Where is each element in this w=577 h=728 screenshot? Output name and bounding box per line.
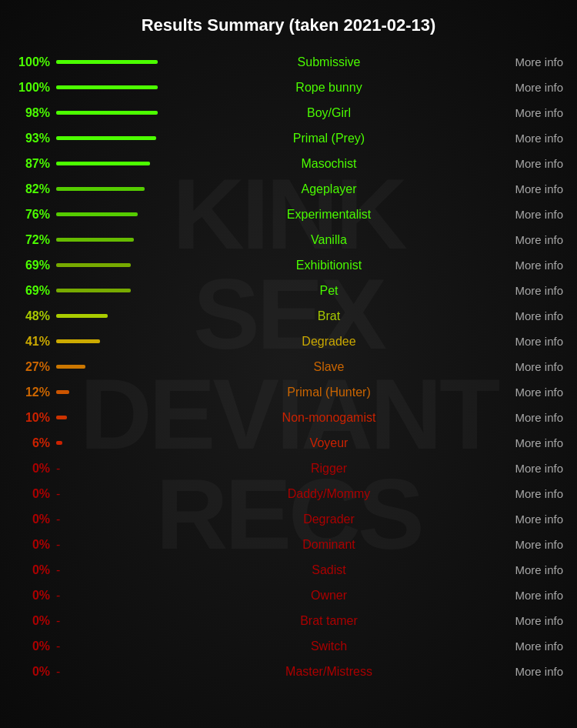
kink-label: Voyeur [164,436,494,450]
more-info-button[interactable]: More info [494,233,563,246]
more-info-button[interactable]: More info [494,640,563,653]
kink-label: Exhibitionist [164,259,494,272]
more-info-button[interactable]: More info [494,513,563,526]
more-info-button[interactable]: More info [494,157,563,170]
bar-container [56,187,164,191]
percentage: 0% [14,538,56,552]
table-row: 6%VoyeurMore info [8,430,569,456]
more-info-button[interactable]: More info [494,589,563,602]
more-info-button[interactable]: More info [494,665,563,678]
kink-label: Daddy/Mommy [164,487,494,501]
zero-indicator: - [56,614,60,628]
zero-indicator: - [56,538,60,552]
percentage: 98% [14,106,56,120]
kink-label: Submissive [164,55,494,69]
more-info-button[interactable]: More info [494,436,563,449]
kink-label: Vanilla [164,233,494,247]
more-info-button[interactable]: More info [494,106,563,119]
progress-bar [56,212,138,216]
percentage: 0% [14,513,56,526]
bar-container [56,60,164,64]
percentage: 100% [14,81,56,95]
table-row: 0%-DegraderMore info [8,506,569,532]
bar-container [56,289,164,292]
bar-container: - [56,462,164,476]
progress-bar [56,111,158,115]
progress-bar [56,339,100,343]
more-info-button[interactable]: More info [494,182,563,195]
more-info-button[interactable]: More info [494,81,563,94]
table-row: 82%AgeplayerMore info [8,176,569,202]
percentage: 10% [14,411,56,425]
more-info-button[interactable]: More info [494,132,563,145]
zero-indicator: - [56,513,60,526]
bar-container [56,390,164,394]
kink-label: Sadist [164,563,494,577]
kink-label: Master/Mistress [164,665,494,679]
percentage: 6% [14,436,56,450]
table-row: 0%-OwnerMore info [8,583,569,608]
more-info-button[interactable]: More info [494,284,563,297]
table-row: 69%PetMore info [8,278,569,303]
progress-bar [56,289,131,292]
kink-label: Non-monogamist [164,411,494,425]
percentage: 0% [14,487,56,501]
more-info-button[interactable]: More info [494,55,563,68]
percentage: 12% [14,386,56,399]
table-row: 87%MasochistMore info [8,151,569,176]
bar-container: - [56,513,164,526]
kink-label: Slave [164,360,494,374]
results-table: 100%SubmissiveMore info100%Rope bunnyMor… [8,49,569,684]
percentage: 0% [14,665,56,679]
more-info-button[interactable]: More info [494,360,563,373]
table-row: 100%Rope bunnyMore info [8,75,569,100]
more-info-button[interactable]: More info [494,487,563,500]
zero-indicator: - [56,640,60,653]
more-info-button[interactable]: More info [494,335,563,348]
bar-container [56,339,164,343]
table-row: 0%-Brat tamerMore info [8,608,569,633]
table-row: 0%-Daddy/MommyMore info [8,481,569,506]
bar-container [56,238,164,242]
zero-indicator: - [56,665,60,679]
more-info-button[interactable]: More info [494,386,563,399]
table-row: 0%-DominantMore info [8,532,569,557]
bar-container [56,85,164,89]
percentage: 0% [14,640,56,653]
table-row: 93%Primal (Prey)More info [8,125,569,151]
more-info-button[interactable]: More info [494,538,563,551]
bar-container [56,162,164,165]
bar-container: - [56,538,164,552]
kink-label: Primal (Hunter) [164,386,494,399]
zero-indicator: - [56,589,60,603]
kink-label: Degradee [164,335,494,349]
table-row: 48%BratMore info [8,303,569,329]
kink-label: Owner [164,589,494,603]
percentage: 0% [14,462,56,476]
more-info-button[interactable]: More info [494,614,563,627]
kink-label: Switch [164,640,494,653]
more-info-button[interactable]: More info [494,462,563,475]
table-row: 10%Non-monogamistMore info [8,405,569,430]
percentage: 27% [14,360,56,374]
kink-label: Boy/Girl [164,106,494,120]
percentage: 69% [14,259,56,272]
percentage: 0% [14,614,56,628]
kink-label: Brat [164,309,494,323]
kink-label: Masochist [164,157,494,171]
progress-bar [56,416,67,419]
kink-label: Pet [164,284,494,298]
more-info-button[interactable]: More info [494,208,563,221]
more-info-button[interactable]: More info [494,563,563,576]
page-title: Results Summary (taken 2021-02-13) [8,15,569,35]
kink-label: Ageplayer [164,182,494,196]
table-row: 69%ExhibitionistMore info [8,252,569,278]
more-info-button[interactable]: More info [494,259,563,272]
percentage: 41% [14,335,56,349]
more-info-button[interactable]: More info [494,411,563,424]
more-info-button[interactable]: More info [494,309,563,322]
table-row: 0%-SadistMore info [8,557,569,583]
progress-bar [56,365,85,369]
bar-container [56,365,164,369]
table-row: 72%VanillaMore info [8,227,569,252]
